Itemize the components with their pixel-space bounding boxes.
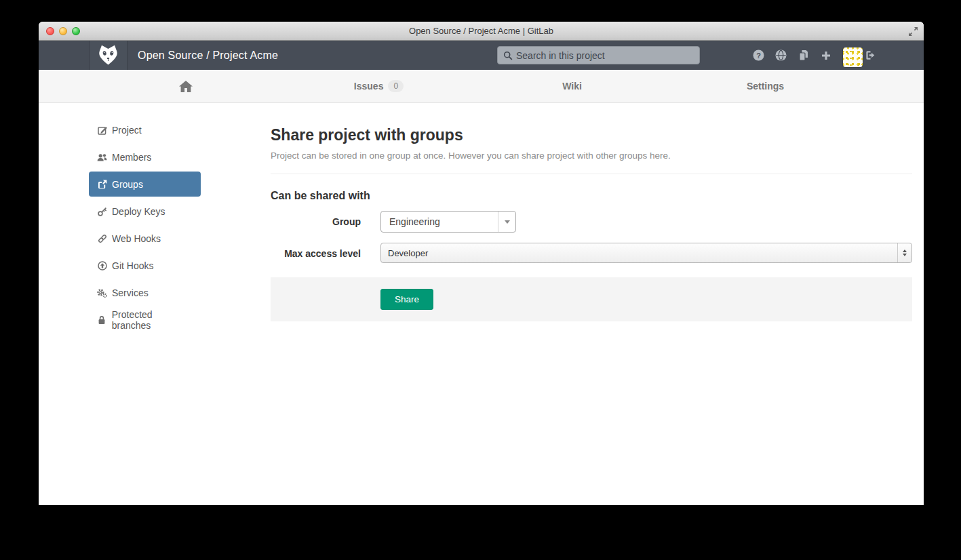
nav-tab-issues[interactable]: Issues 0	[282, 70, 475, 102]
home-icon	[179, 81, 193, 92]
nav-tab-wiki[interactable]: Wiki	[475, 70, 669, 102]
search-input[interactable]	[516, 50, 699, 61]
nav-tab-settings[interactable]: Settings	[669, 70, 862, 102]
project-navbar: Issues 0 Wiki Settings	[39, 70, 924, 103]
gears-icon	[97, 288, 107, 298]
group-label: Group	[271, 211, 361, 233]
copy-icon[interactable]	[792, 41, 815, 70]
window-title: Open Source / Project Acme | GitLab	[39, 22, 924, 41]
group-select[interactable]: Engineering	[380, 211, 516, 233]
max-access-form-row: Max access level Developer	[271, 243, 912, 263]
sidebar-item-deploy-keys[interactable]: Deploy Keys	[89, 198, 201, 225]
group-form-row: Group Engineering	[271, 211, 912, 233]
sidebar-item-label: Project	[112, 125, 142, 136]
users-icon	[97, 153, 107, 162]
sidebar-item-label: Deploy Keys	[112, 206, 165, 217]
sidebar-item-groups[interactable]: Groups	[89, 172, 201, 197]
nav-tab-label: Settings	[747, 81, 784, 92]
sidebar-item-protected-branches[interactable]: Protected branches	[89, 306, 201, 334]
chevron-down-icon	[505, 220, 510, 224]
window-titlebar: Open Source / Project Acme | GitLab	[39, 22, 924, 41]
main-panel: Share project with groups Project can be…	[271, 117, 912, 334]
page-title: Share project with groups	[271, 126, 912, 144]
section-title: Can be shared with	[271, 190, 912, 202]
fullscreen-icon[interactable]	[908, 26, 918, 37]
max-access-label: Max access level	[271, 243, 361, 263]
group-select-toggle[interactable]	[498, 212, 515, 232]
user-avatar[interactable]	[843, 47, 863, 67]
max-access-select[interactable]: Developer	[380, 243, 912, 263]
help-icon[interactable]: ?	[747, 41, 770, 70]
project-breadcrumb-title: Open Source / Project Acme	[138, 49, 278, 62]
sidebar-item-label: Members	[112, 152, 151, 163]
globe-icon[interactable]	[770, 41, 792, 70]
svg-text:?: ?	[756, 52, 761, 60]
settings-sidebar: Project Members	[89, 117, 201, 334]
sidebar-item-git-hooks[interactable]: Git Hooks	[89, 252, 201, 279]
share-square-icon	[97, 180, 107, 189]
search-icon	[503, 51, 513, 60]
link-icon	[97, 234, 107, 243]
sidebar-item-label: Services	[112, 287, 149, 298]
pencil-square-icon	[97, 125, 107, 135]
lock-icon	[97, 315, 107, 325]
key-icon	[97, 207, 107, 216]
gitlab-logo[interactable]	[89, 41, 128, 70]
sidebar-item-label: Git Hooks	[112, 260, 153, 271]
gitlab-fox-icon	[97, 44, 119, 66]
group-select-value: Engineering	[381, 216, 498, 227]
issues-count-badge: 0	[388, 80, 404, 92]
sidebar-item-project[interactable]: Project	[89, 117, 201, 144]
arrow-circle-up-icon	[97, 261, 107, 271]
sidebar-item-web-hooks[interactable]: Web Hooks	[89, 225, 201, 252]
sidebar-item-label: Protected branches	[112, 309, 193, 331]
app-header: Open Source / Project Acme ?	[39, 41, 924, 70]
sidebar-item-members[interactable]: Members	[89, 144, 201, 171]
share-button[interactable]: Share	[380, 289, 433, 310]
page-description: Project can be stored in one group at on…	[271, 151, 912, 161]
max-access-select-value: Developer	[381, 248, 897, 258]
nav-tab-home[interactable]	[89, 70, 282, 102]
divider	[271, 174, 912, 174]
plus-icon[interactable]	[815, 41, 837, 70]
screenshot-canvas: Open Source / Project Acme | GitLab	[0, 0, 961, 560]
select-spinner-icon	[897, 243, 911, 262]
sidebar-item-services[interactable]: Services	[89, 279, 201, 306]
sidebar-item-label: Web Hooks	[112, 233, 161, 244]
nav-tab-label: Issues	[354, 81, 384, 92]
mac-window: Open Source / Project Acme | GitLab	[39, 22, 924, 505]
page-content: Project Members	[89, 103, 862, 334]
search-box[interactable]	[497, 46, 700, 64]
form-actions: Share	[271, 277, 912, 321]
nav-tab-label: Wiki	[562, 81, 582, 92]
sidebar-item-label: Groups	[112, 179, 143, 190]
